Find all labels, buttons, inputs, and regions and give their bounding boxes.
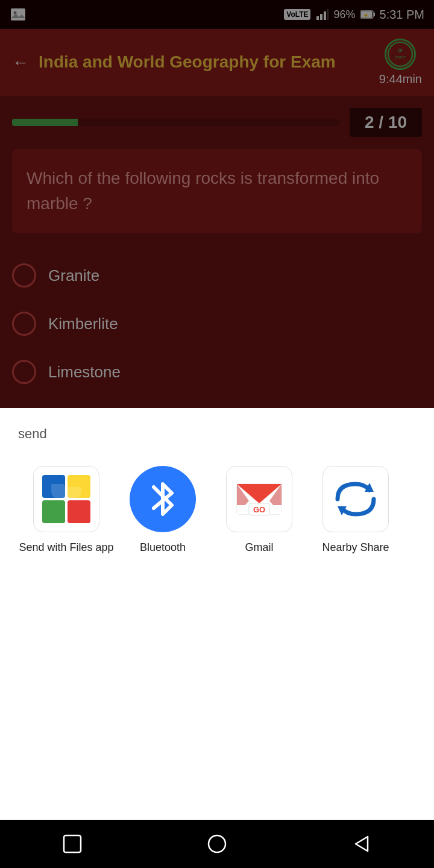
battery-percent: 96% <box>333 8 355 21</box>
gmail-icon-svg: GO <box>232 472 286 526</box>
bluetooth-app-icon <box>130 466 196 532</box>
header-right: ⟳ timer 9:44min <box>379 39 422 86</box>
bluetooth-label: Bluetooth <box>140 541 186 555</box>
square-nav-icon <box>60 832 84 856</box>
time-display: 5:31 PM <box>380 8 424 22</box>
svg-point-1 <box>14 11 17 14</box>
svg-text:⟳: ⟳ <box>398 48 403 54</box>
svg-text:timer: timer <box>395 54 406 60</box>
svg-rect-22 <box>237 505 249 514</box>
share-app-files[interactable]: Send with Files app <box>18 466 115 555</box>
back-button[interactable]: ← <box>12 53 29 72</box>
nearby-label: Nearby Share <box>322 541 389 555</box>
share-title: send <box>18 426 416 442</box>
radio-limestone[interactable] <box>12 360 36 384</box>
option-item-limestone[interactable]: Limestone <box>12 348 422 396</box>
share-apps-row: Send with Files app Bluetooth <box>18 466 416 555</box>
option-label-limestone: Limestone <box>48 363 121 382</box>
option-label-kimberlite: Kimberlite <box>48 315 118 333</box>
gmail-app-icon: GO <box>226 466 292 532</box>
radio-kimberlite[interactable] <box>12 312 36 336</box>
option-label-granite: Granite <box>48 266 99 285</box>
app-title: India and World Geography for Exam <box>39 51 370 73</box>
back-nav-icon <box>350 832 374 856</box>
nearby-app-icon <box>322 466 389 532</box>
share-app-gmail[interactable]: GO Gmail <box>211 466 307 555</box>
svg-rect-8 <box>374 13 375 16</box>
svg-rect-28 <box>64 835 81 852</box>
volte-badge: VoLTE <box>284 9 310 20</box>
share-app-nearby[interactable]: Nearby Share <box>307 466 404 555</box>
image-icon <box>10 6 27 23</box>
files-app-label: Send with Files app <box>19 541 113 555</box>
quiz-content: 2 / 10 Which of the following rocks is t… <box>0 96 434 245</box>
progress-bar-container <box>12 119 340 126</box>
progress-bar-fill <box>12 119 78 126</box>
signal-icon <box>315 8 329 21</box>
progress-counter: 2 / 10 <box>350 108 422 137</box>
radio-granite[interactable] <box>12 263 36 288</box>
nav-bar <box>0 820 434 868</box>
status-bar: VoLTE 96% ⚡ 5:31 PM <box>0 0 434 29</box>
nav-home-button[interactable] <box>202 829 232 859</box>
nav-recent-button[interactable] <box>57 829 87 859</box>
option-item-granite[interactable]: Granite <box>12 251 422 300</box>
bluetooth-symbol <box>145 475 181 523</box>
svg-rect-4 <box>320 14 322 20</box>
svg-rect-23 <box>269 505 281 514</box>
svg-rect-17 <box>68 500 90 523</box>
nav-back-button[interactable] <box>347 829 377 859</box>
options-area: Granite Kimberlite Limestone <box>0 245 434 408</box>
gmail-label: Gmail <box>245 541 273 555</box>
svg-point-29 <box>209 835 225 852</box>
svg-rect-3 <box>316 16 319 20</box>
option-item-kimberlite[interactable]: Kimberlite <box>12 300 422 348</box>
circle-nav-icon <box>205 832 229 856</box>
status-bar-left <box>10 0 27 29</box>
battery-icon: ⚡ <box>360 10 375 19</box>
files-app-icon <box>33 466 99 532</box>
svg-rect-6 <box>327 9 329 20</box>
question-text: Which of the following rocks is transfor… <box>27 166 407 216</box>
share-app-bluetooth[interactable]: Bluetooth <box>115 466 211 555</box>
files-icon-svg <box>39 472 93 526</box>
svg-text:GO: GO <box>253 505 265 514</box>
question-box: Which of the following rocks is transfor… <box>12 149 422 233</box>
timer-icon: ⟳ timer <box>386 40 414 68</box>
svg-rect-16 <box>42 500 65 523</box>
svg-text:⚡: ⚡ <box>363 12 369 18</box>
app-header: ← India and World Geography for Exam ⟳ t… <box>0 29 434 96</box>
svg-marker-30 <box>356 837 368 851</box>
timer-text: 9:44min <box>379 72 422 86</box>
nearby-icon-svg <box>329 472 383 526</box>
progress-row: 2 / 10 <box>12 108 422 137</box>
timer-circle: ⟳ timer <box>385 39 416 70</box>
share-sheet: send Send with Files app <box>0 408 434 637</box>
svg-rect-0 <box>11 8 25 20</box>
svg-rect-5 <box>324 11 326 20</box>
bluetooth-icon-bg <box>130 466 196 532</box>
